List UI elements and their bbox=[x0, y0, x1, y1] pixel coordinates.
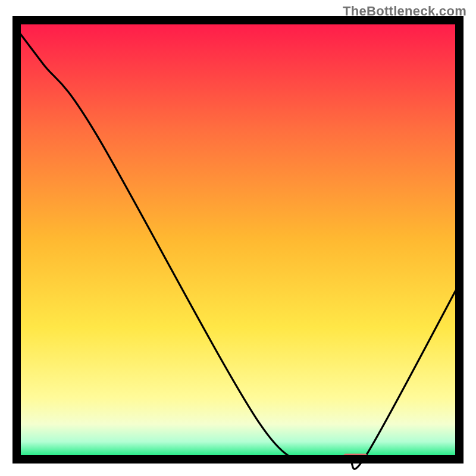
bottleneck-chart bbox=[0, 0, 476, 476]
chart-container: TheBottleneck.com bbox=[0, 0, 476, 476]
plot-background bbox=[17, 20, 459, 459]
